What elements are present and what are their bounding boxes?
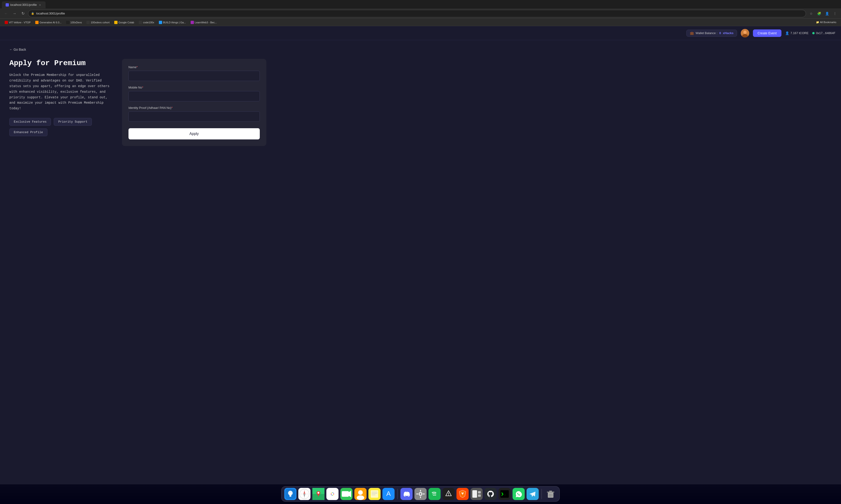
forward-button[interactable]: → xyxy=(11,10,18,17)
svg-point-28 xyxy=(331,493,334,495)
browser-tabs: localhost:3001/profile ✕ xyxy=(0,0,841,8)
url-text: localhost:3001/profile xyxy=(36,12,65,15)
svg-rect-6 xyxy=(289,493,291,497)
svg-text:A: A xyxy=(387,490,391,497)
bookmark-all-bookmarks[interactable]: 📁 All Bookmarks xyxy=(814,20,838,24)
dock-discord[interactable] xyxy=(400,488,413,500)
dock-clearance[interactable] xyxy=(443,488,454,500)
name-label: Name* xyxy=(128,66,260,69)
mobile-label: Mobile No* xyxy=(128,86,260,89)
dock-whatsapp[interactable] xyxy=(513,488,525,500)
dock-finder[interactable] xyxy=(284,488,297,500)
form-panel: Name* Mobile No* Identity Proof (Adhaar/… xyxy=(122,59,266,146)
apply-button[interactable]: Apply xyxy=(128,128,260,140)
bookmark-100xdevs-cohort[interactable]: 100xdevs cohort xyxy=(85,20,111,25)
dock-separator-1 xyxy=(397,489,398,499)
bookmarks-bar: VIT Vellore - VTOP Generative AI 6.0... … xyxy=(0,19,841,26)
dock-maps[interactable] xyxy=(312,488,324,500)
badge-exclusive-features[interactable]: Exclusive Features xyxy=(10,118,51,126)
dock-trash[interactable] xyxy=(544,488,557,500)
back-button[interactable]: ← xyxy=(3,10,10,17)
profile-button[interactable]: 👤 xyxy=(824,10,830,17)
dock-spotify[interactable] xyxy=(428,488,441,500)
tcore-icon: 👤 xyxy=(785,31,789,35)
tab-favicon xyxy=(6,3,9,6)
bookmark-favicon-colab xyxy=(114,21,118,24)
wallet-icon: 💼 xyxy=(690,31,694,35)
user-avatar[interactable] xyxy=(741,29,749,37)
page-description: Unlock the Premium Membership for unpara… xyxy=(10,72,113,111)
more-button[interactable]: ⋮ xyxy=(831,10,838,17)
extension-button[interactable]: 🧩 xyxy=(816,10,822,17)
create-event-button[interactable]: Create Event xyxy=(753,30,782,37)
wallet-label: Wallet Balance : xyxy=(696,31,717,35)
identity-required: * xyxy=(172,106,173,110)
svg-rect-76 xyxy=(549,491,552,492)
svg-point-47 xyxy=(419,493,422,495)
svg-point-57 xyxy=(448,495,449,496)
dock-github[interactable] xyxy=(484,488,497,500)
svg-rect-62 xyxy=(478,491,481,493)
dock-terminal[interactable]: $ _ xyxy=(499,488,511,500)
svg-rect-50 xyxy=(416,493,418,494)
bookmark-google-colab[interactable]: Google Colab xyxy=(112,20,136,25)
svg-rect-49 xyxy=(420,496,421,498)
content-grid: Apply for Premium Unlock the Premium Mem… xyxy=(10,59,266,146)
active-tab[interactable]: localhost:3001/profile ✕ xyxy=(2,1,46,8)
dock-container: A xyxy=(0,484,841,504)
dock-appstore[interactable]: A xyxy=(382,488,395,500)
name-required: * xyxy=(137,66,138,69)
svg-rect-51 xyxy=(423,493,425,494)
identity-input[interactable] xyxy=(128,111,260,122)
mobile-group: Mobile No* xyxy=(128,86,260,101)
bookmark-generative-ai[interactable]: Generative AI 6.0... xyxy=(33,20,63,25)
bookmark-favicon-ai xyxy=(35,21,38,24)
bookmark-code100x[interactable]: code100x xyxy=(137,20,156,25)
tcore-balance: 👤 7.167 tCORE xyxy=(785,31,808,35)
xhacks-currency: xHacks xyxy=(723,31,734,35)
svg-point-1 xyxy=(744,31,747,34)
name-input[interactable] xyxy=(128,71,260,81)
identity-group: Identity Proof (Adhaar/ PAN No)* xyxy=(128,106,260,122)
svg-point-34 xyxy=(357,496,364,500)
tcore-amount: 7.167 tCORE xyxy=(790,31,808,35)
svg-rect-75 xyxy=(547,492,554,492)
dock-stage-manager[interactable] xyxy=(470,488,483,500)
xhacks-amount: 0 xyxy=(719,31,721,35)
connection-status-dot xyxy=(812,32,815,34)
dock-safari[interactable] xyxy=(298,488,310,500)
bookmark-build-things[interactable]: BUILD things | Ga... xyxy=(157,20,188,25)
dock-facetime[interactable] xyxy=(340,488,353,500)
svg-point-20 xyxy=(318,492,319,494)
svg-point-43 xyxy=(405,494,406,496)
dock-telegram[interactable] xyxy=(526,488,539,500)
bookmark-learnweb3[interactable]: LearnWeb3 - Bec... xyxy=(189,20,219,25)
bookmark-vtop[interactable]: VIT Vellore - VTOP xyxy=(3,20,33,25)
feature-badges: Exclusive Features Priority Support Enha… xyxy=(10,118,113,136)
dock-system-settings[interactable] xyxy=(414,488,427,500)
dock-photos[interactable] xyxy=(326,488,339,500)
dock-notes[interactable] xyxy=(369,488,380,500)
bookmark-favicon-100x xyxy=(66,21,69,24)
browser-chrome: localhost:3001/profile ✕ ← → ↻ 🔒 localho… xyxy=(0,0,841,26)
wallet-balance: 💼 Wallet Balance : 0 xHacks xyxy=(686,30,737,37)
tab-title: localhost:3001/profile xyxy=(10,3,37,6)
badge-enhanced-profile[interactable]: Enhanced Profile xyxy=(10,128,48,136)
badge-priority-support[interactable]: Priority Support xyxy=(54,118,92,126)
bookmark-favicon-build xyxy=(159,21,162,24)
refresh-button[interactable]: ↻ xyxy=(20,10,26,17)
dock-contacts[interactable] xyxy=(354,488,366,500)
dock-brave[interactable] xyxy=(457,488,469,500)
bookmark-star-button[interactable]: ☆ xyxy=(808,10,815,17)
tab-close-btn[interactable]: ✕ xyxy=(38,3,42,7)
bookmark-100xdevs[interactable]: 100xDevs xyxy=(64,20,84,25)
address-bar[interactable]: 🔒 localhost:3001/profile xyxy=(28,10,806,17)
mobile-input[interactable] xyxy=(128,91,260,101)
go-back-link[interactable]: ← Go Back xyxy=(10,48,831,51)
page-title: Apply for Premium xyxy=(10,59,113,68)
dock-separator-2 xyxy=(541,489,542,499)
bookmark-favicon-learnweb3 xyxy=(191,21,194,24)
svg-point-44 xyxy=(407,494,408,496)
identity-label: Identity Proof (Adhaar/ PAN No)* xyxy=(128,106,260,110)
svg-rect-64 xyxy=(484,488,497,500)
